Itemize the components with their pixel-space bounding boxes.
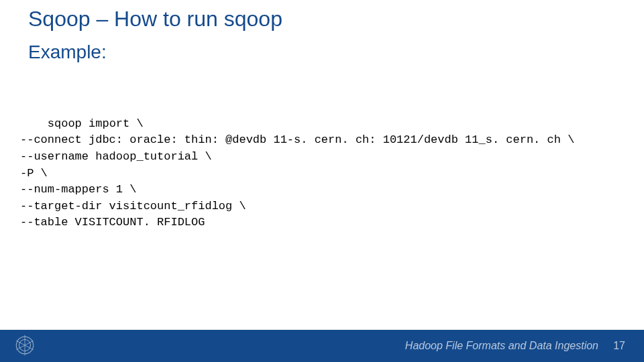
code-line: --table VISITCOUNT. RFIDLOG xyxy=(20,216,205,229)
code-line: -P \ xyxy=(20,167,48,180)
slide-subtitle: Example: xyxy=(28,42,107,63)
slide-title: Sqoop – How to run sqoop xyxy=(28,7,282,32)
slide-footer: Hadoop File Formats and Data Ingestion 1… xyxy=(0,330,644,362)
code-line: --username hadoop_tutorial \ xyxy=(20,150,212,163)
code-line: --target-dir visitcount_rfidlog \ xyxy=(20,200,246,213)
footer-doc-title: Hadoop File Formats and Data Ingestion xyxy=(405,340,598,352)
slide: Sqoop – How to run sqoop Example: sqoop … xyxy=(0,0,644,362)
cern-logo-icon xyxy=(13,334,36,357)
code-line: sqoop import \ xyxy=(48,117,144,130)
code-block: sqoop import \ --connect jdbc: oracle: t… xyxy=(20,99,574,248)
code-line: --connect jdbc: oracle: thin: @devdb 11-… xyxy=(20,133,574,146)
footer-page-number: 17 xyxy=(613,340,625,352)
code-line: --num-mappers 1 \ xyxy=(20,183,136,196)
